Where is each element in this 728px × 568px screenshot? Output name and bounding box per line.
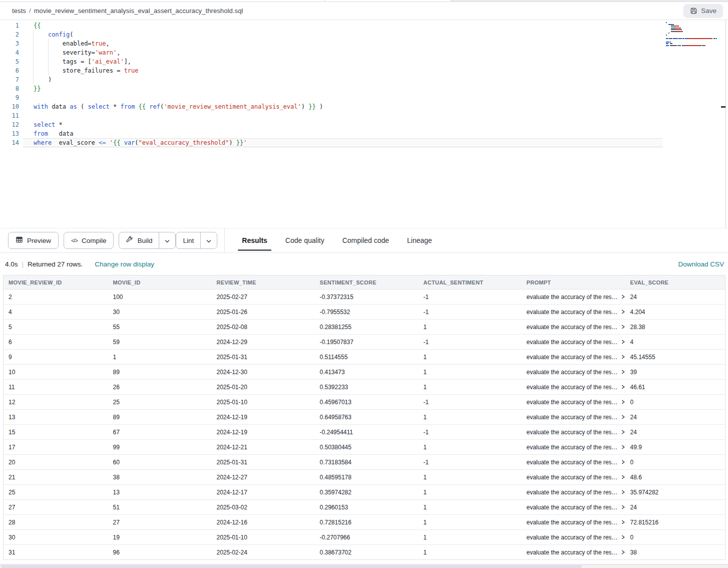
sql-code-editor[interactable]: 1234567891011121314 {{ config( enabled=t… — [0, 20, 728, 228]
code-line[interactable]: tags = ['ai_eval'], — [23, 57, 728, 66]
breadcrumb-dir[interactable]: tests — [12, 7, 26, 15]
prompt-cell[interactable]: evaluate the accuracy of the res… — [522, 320, 625, 335]
compile-button[interactable]: </> Compile — [64, 232, 114, 249]
chevron-right-icon[interactable] — [621, 534, 625, 541]
preview-button[interactable]: Preview — [8, 232, 59, 249]
download-csv-link[interactable]: Download CSV — [678, 260, 724, 268]
code-line[interactable]: }} — [23, 84, 728, 93]
table-row[interactable]: 28272024-12-160.728152161evaluate the ac… — [4, 515, 725, 530]
prompt-cell[interactable]: evaluate the accuracy of the res… — [522, 440, 625, 455]
prompt-cell[interactable]: evaluate the accuracy of the res… — [522, 335, 625, 350]
chevron-right-icon[interactable] — [621, 444, 625, 451]
code-line[interactable]: {{ — [23, 21, 728, 30]
chevron-right-icon[interactable] — [621, 474, 625, 481]
code-line[interactable]: severity='warn', — [23, 48, 728, 57]
code-line[interactable]: select * — [23, 120, 728, 129]
chevron-right-icon[interactable] — [621, 549, 625, 556]
prompt-cell[interactable]: evaluate the accuracy of the res… — [522, 470, 625, 485]
horizontal-scrollbar-thumb[interactable] — [1, 565, 582, 568]
change-row-display-link[interactable]: Change row display — [95, 260, 154, 268]
chevron-right-icon[interactable] — [621, 399, 625, 406]
table-row[interactable]: 20602025-01-310.73183584-1evaluate the a… — [4, 455, 725, 470]
chevron-right-icon[interactable] — [621, 309, 625, 316]
table-row[interactable]: 27512025-03-020.29601531evaluate the acc… — [4, 500, 725, 515]
column-header[interactable]: MOVIE_REVIEW_ID — [4, 275, 108, 290]
code-line[interactable]: ) — [23, 75, 728, 84]
column-header[interactable]: PROMPT — [522, 275, 625, 290]
column-header[interactable]: SENTIMENT_SCORE — [315, 275, 419, 290]
table-row[interactable]: 10892024-12-300.4134731evaluate the accu… — [4, 365, 725, 380]
code-line[interactable]: with data as ( select * from {{ ref('mov… — [23, 102, 728, 111]
chevron-right-icon[interactable] — [621, 369, 625, 376]
chevron-right-icon[interactable] — [621, 519, 625, 526]
prompt-cell[interactable]: evaluate the accuracy of the res… — [522, 395, 625, 410]
prompt-cell[interactable]: evaluate the accuracy of the res… — [522, 380, 625, 395]
table-row[interactable]: 31962025-02-240.386737021evaluate the ac… — [4, 545, 725, 560]
chevron-right-icon[interactable] — [621, 489, 625, 496]
chevron-right-icon[interactable] — [621, 414, 625, 421]
chevron-right-icon[interactable] — [621, 354, 625, 361]
table-row[interactable]: 912025-01-310.51145551evaluate the accur… — [4, 350, 725, 365]
prompt-cell[interactable]: evaluate the accuracy of the res… — [522, 290, 625, 305]
prompt-cell[interactable]: evaluate the accuracy of the res… — [522, 410, 625, 425]
table-row[interactable]: 21002025-02-27-0.37372315-1evaluate the … — [4, 290, 725, 305]
build-dropdown-caret[interactable] — [159, 232, 175, 248]
prompt-cell[interactable]: evaluate the accuracy of the res… — [522, 365, 625, 380]
table-row[interactable]: 21382024-12-270.485951781evaluate the ac… — [4, 470, 725, 485]
minimap-line — [666, 45, 723, 46]
table-row[interactable]: 17992024-12-210.503804451evaluate the ac… — [4, 440, 725, 455]
table-row[interactable]: 5552025-02-080.283812551evaluate the acc… — [4, 320, 725, 335]
prompt-cell[interactable]: evaluate the accuracy of the res… — [522, 515, 625, 530]
chevron-right-icon[interactable] — [621, 504, 625, 511]
prompt-cell[interactable]: evaluate the accuracy of the res… — [522, 350, 625, 365]
chevron-right-icon[interactable] — [621, 459, 625, 466]
editor-minimap[interactable] — [666, 22, 723, 47]
build-button[interactable]: Build — [119, 232, 159, 248]
chevron-right-icon[interactable] — [621, 294, 625, 301]
lint-button[interactable]: Lint — [176, 232, 200, 248]
code-line[interactable] — [23, 93, 728, 102]
code-token — [106, 139, 110, 146]
chevron-right-icon[interactable] — [621, 429, 625, 436]
editor-code-area[interactable]: {{ config( enabled=true, severity='warn'… — [23, 20, 728, 228]
prompt-cell[interactable]: evaluate the accuracy of the res… — [522, 485, 625, 500]
tab-lineage[interactable]: Lineage — [398, 228, 441, 252]
column-header[interactable]: MOVIE_ID — [108, 275, 212, 290]
code-line[interactable]: config( — [23, 30, 728, 39]
code-line[interactable]: enabled=true, — [23, 39, 728, 48]
column-header[interactable]: EVAL_SCORE — [625, 275, 725, 290]
table-row[interactable]: 13892024-12-190.649587631evaluate the ac… — [4, 410, 725, 425]
save-button[interactable]: Save — [683, 4, 723, 18]
chevron-right-icon[interactable] — [621, 339, 625, 346]
chevron-right-icon[interactable] — [621, 384, 625, 391]
editor-overview-ruler[interactable] — [725, 20, 726, 228]
prompt-cell[interactable]: evaluate the accuracy of the res… — [522, 545, 625, 560]
tab-results[interactable]: Results — [233, 228, 276, 252]
horizontal-scrollbar[interactable] — [0, 564, 728, 568]
table-row[interactable]: 4302025-01-26-0.7955532-1evaluate the ac… — [4, 305, 725, 320]
line-number: 8 — [0, 84, 23, 93]
table-row[interactable]: 12252025-01-100.45967013-1evaluate the a… — [4, 395, 725, 410]
code-line[interactable]: from data — [23, 129, 728, 138]
tab-compiled-code[interactable]: Compiled code — [333, 228, 398, 252]
code-token: ) — [34, 76, 52, 83]
table-row[interactable]: 11262025-01-200.53922331evaluate the acc… — [4, 380, 725, 395]
table-row[interactable]: 6592024-12-29-0.19507837-1evaluate the a… — [4, 335, 725, 350]
tab-code-quality[interactable]: Code quality — [276, 228, 333, 252]
column-header[interactable]: ACTUAL_SENTIMENT — [419, 275, 522, 290]
table-row[interactable]: 15672024-12-19-0.24954411-1evaluate the … — [4, 425, 725, 440]
code-line[interactable] — [23, 111, 728, 120]
prompt-cell[interactable]: evaluate the accuracy of the res… — [522, 500, 625, 515]
column-header[interactable]: REVIEW_TIME — [212, 275, 315, 290]
code-line[interactable]: where eval_score <= '{{ var("eval_accura… — [23, 138, 663, 147]
prompt-cell[interactable]: evaluate the accuracy of the res… — [522, 305, 625, 320]
chevron-right-icon[interactable] — [621, 324, 625, 331]
prompt-cell[interactable]: evaluate the accuracy of the res… — [522, 425, 625, 440]
prompt-cell[interactable]: evaluate the accuracy of the res… — [522, 530, 625, 545]
table-row[interactable]: 30192025-01-10-0.27079661evaluate the ac… — [4, 530, 725, 545]
table-row[interactable]: 25132024-12-170.359742821evaluate the ac… — [4, 485, 725, 500]
lint-dropdown-caret[interactable] — [200, 232, 217, 248]
code-line[interactable]: store_failures = true — [23, 66, 728, 75]
prompt-cell[interactable]: evaluate the accuracy of the res… — [522, 455, 625, 470]
editor-toolbar: Preview </> Compile Build Lint — [0, 228, 728, 253]
